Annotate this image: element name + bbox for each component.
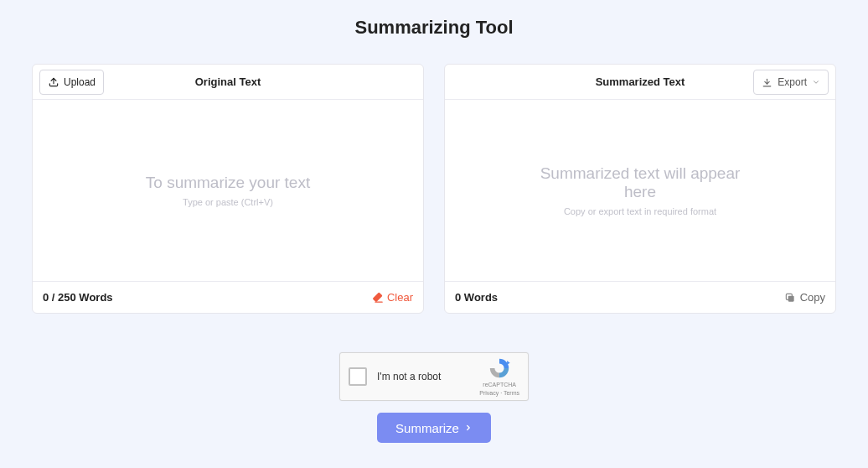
copy-label: Copy [800,291,825,304]
recaptcha-container: I'm not a robot reCAPTCHA Privacy · Term… [0,352,868,401]
original-placeholder-big: To summarize your text [146,174,310,192]
recaptcha-links[interactable]: Privacy · Terms [479,389,519,397]
chevron-down-icon [812,78,820,86]
eraser-icon [371,291,384,304]
upload-icon [48,76,59,88]
summarized-header-title: Summarized Text [596,75,685,88]
summarized-text-area: Summarized text will appear here Copy or… [445,100,835,281]
summarized-footer: 0 Words Copy [445,281,835,313]
original-header-title: Original Text [195,75,261,88]
summarize-container: Summarize [0,413,868,443]
summarized-word-count: 0 Words [455,291,498,304]
clear-button[interactable]: Clear [371,291,413,304]
copy-icon [784,292,796,304]
original-word-count: 0 / 250 Words [43,291,113,304]
summarized-text-panel: Summarized Text Export Summari [444,64,836,314]
recaptcha-brand: reCAPTCHA [483,381,516,388]
download-icon [762,77,772,88]
upload-button[interactable]: Upload [39,70,104,95]
upload-label: Upload [64,76,96,88]
recaptcha-checkbox[interactable] [349,367,367,386]
original-panel-header: Upload Original Text [33,65,423,100]
summarized-placeholder-big: Summarized text will appear here [531,164,749,201]
original-placeholder-small: Type or paste (Ctrl+V) [183,197,273,207]
summarized-placeholder-small: Copy or export text in required format [564,206,716,216]
copy-button[interactable]: Copy [784,291,825,304]
recaptcha-logo-icon [488,356,511,381]
export-button[interactable]: Export [753,70,829,95]
recaptcha-branding: reCAPTCHA Privacy · Terms [479,356,519,396]
svg-rect-0 [788,295,793,301]
chevron-right-icon [464,423,473,433]
recaptcha-label: I'm not a robot [377,371,479,382]
page-title: Summarizing Tool [0,0,868,64]
summarize-label: Summarize [395,421,459,435]
summarized-panel-header: Summarized Text Export [445,65,835,100]
svg-marker-2 [507,361,510,365]
recaptcha-widget: I'm not a robot reCAPTCHA Privacy · Term… [339,352,529,401]
original-text-panel: Upload Original Text To summarize your t… [32,64,424,314]
summarize-button[interactable]: Summarize [377,413,491,443]
original-text-area[interactable]: To summarize your text Type or paste (Ct… [33,100,423,281]
export-label: Export [778,76,807,88]
panels-row: Upload Original Text To summarize your t… [0,64,868,314]
original-footer: 0 / 250 Words Clear [33,281,423,313]
clear-label: Clear [387,291,413,304]
